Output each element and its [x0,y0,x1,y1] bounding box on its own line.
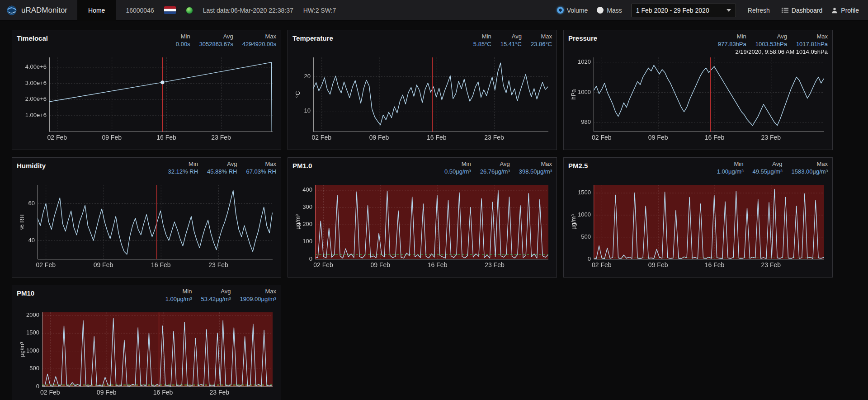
chart-title: Temperature [292,34,333,42]
stat-max-value: 398.50µg/m³ [510,168,552,175]
stat-max-value: 4294920.00s [233,41,276,47]
stat-max-value: 67.03% RH [237,168,276,175]
stat-min-label: Min [708,160,744,168]
stat-max-label: Max [237,160,276,168]
mass-radio-option[interactable]: Mass [597,7,622,14]
device-id-link[interactable]: 16000046 [126,7,154,14]
chart-grid: Timelocal Min Avg Max 0.00s 3052863.67s … [12,30,868,400]
stat-max-value: 1017.81hPa [787,41,828,47]
tab-home[interactable]: Home [77,0,116,21]
timelocal-chart-canvas[interactable] [17,53,276,143]
chart-stats: Min Avg Max 32.12% RH 45.88% RH 67.03% R… [159,160,276,175]
chart-title: PM10 [17,289,34,297]
dashboard-list-icon [782,7,788,13]
profile-button-label: Profile [841,7,859,14]
stat-avg-label: Avg [746,33,787,41]
chart-panel-pm25: PM2.5 Min Avg Max 1.00µg/m³ 49.55µg/m³ 1… [563,157,833,278]
hover-tooltip: 2/19/2020, 9:58:06 AM 1014.05hPa [735,48,828,55]
stat-avg-label: Avg [491,33,522,41]
pm10-chart-canvas[interactable] [17,308,276,398]
chevron-down-icon [726,9,731,12]
refresh-button[interactable]: Refresh [745,6,773,14]
brand-name: uRADMonitor [21,6,67,15]
chart-panel-timelocal: Timelocal Min Avg Max 0.00s 3052863.67s … [12,30,281,150]
stat-min-label: Min [709,33,746,41]
pm25-chart-canvas[interactable] [568,180,828,271]
profile-button[interactable]: Profile [831,7,859,14]
stat-avg-value: 45.88% RH [198,168,237,175]
chart-title: PM1.0 [292,162,312,169]
volume-radio-label: Volume [567,7,588,14]
stat-avg-value: 15.41°C [491,41,522,47]
stat-min-value: 1.00µg/m³ [708,168,744,175]
pressure-chart-canvas[interactable] [568,53,828,143]
stat-avg-label: Avg [471,160,510,168]
volume-radio-option[interactable]: Volume [557,7,588,14]
profile-person-icon [831,7,838,14]
stat-max-label: Max [233,33,276,41]
stat-min-label: Min [464,33,491,41]
stat-avg-label: Avg [743,160,782,168]
chart-title: PM2.5 [568,162,588,169]
chart-stats: Min Avg Max 0.50µg/m³ 26.76µg/m³ 398.50µ… [435,160,552,175]
chart-panel-temperature: Temperature Min Avg Max 5.85°C 15.41°C 2… [288,30,557,150]
chart-stats: Min Avg Max 5.85°C 15.41°C 23.86°C [464,33,552,47]
brand-logo-icon [6,5,17,16]
chart-stats: Min Avg Max 977.83hPa 1003.53hPa 1017.81… [709,33,828,47]
stat-avg-label: Avg [192,288,231,296]
date-range-select[interactable]: 1 Feb 2020 - 29 Feb 2020 [631,4,736,17]
pm1-chart-canvas[interactable] [292,180,552,271]
country-flag-icon [164,6,176,14]
brand: uRADMonitor [6,5,67,16]
chart-stats: Min Avg Max 0.00s 3052863.67s 4294920.00… [167,33,276,47]
stat-avg-value: 1003.53hPa [746,41,787,47]
top-nav: uRADMonitor Home 16000046 Last data:06-M… [0,0,868,21]
last-data-text: Last data:06-Mar-2020 22:38:37 [203,7,293,14]
stat-min-label: Min [435,160,471,168]
stat-max-label: Max [783,160,828,168]
stat-avg-value: 26.76µg/m³ [471,168,510,175]
online-status-icon [186,7,193,14]
humidity-chart-canvas[interactable] [17,180,276,271]
chart-panel-humidity: Humidity Min Avg Max 32.12% RH 45.88% RH… [12,157,281,278]
chart-panel-pm10: PM10 Min Avg Max 1.00µg/m³ 53.42µg/m³ 19… [12,285,281,400]
stat-max-label: Max [231,288,276,296]
stat-max-label: Max [510,160,552,168]
chart-stats: Min Avg Max 1.00µg/m³ 49.55µg/m³ 1583.00… [708,160,828,175]
stat-max-label: Max [787,33,828,41]
stat-max-label: Max [522,33,552,41]
dashboard-button-label: Dashboard [792,7,823,14]
chart-panel-pressure: Pressure Min Avg Max 977.83hPa 1003.53hP… [563,30,833,150]
chart-panel-pm1: PM1.0 Min Avg Max 0.50µg/m³ 26.76µg/m³ 3… [288,157,557,278]
stat-avg-value: 53.42µg/m³ [192,296,231,302]
chart-stats: Min Avg Max 1.00µg/m³ 53.42µg/m³ 1909.00… [156,288,276,302]
dashboard-main: Timelocal Min Avg Max 0.00s 3052863.67s … [0,21,868,400]
chart-title: Pressure [568,34,597,42]
stat-min-label: Min [156,288,192,296]
stat-avg-value: 3052863.67s [190,41,233,47]
stat-min-label: Min [167,33,190,41]
mass-radio-label: Mass [607,7,622,14]
header-right-group: Volume Mass 1 Feb 2020 - 29 Feb 2020 Ref… [557,4,859,17]
stat-min-value: 0.50µg/m³ [435,168,471,175]
chart-title: Timelocal [17,34,48,42]
stat-avg-value: 49.55µg/m³ [743,168,782,175]
stat-avg-label: Avg [190,33,233,41]
dashboard-button[interactable]: Dashboard [782,7,823,14]
stat-min-value: 1.00µg/m³ [156,296,192,302]
tab-home-label: Home [88,7,105,14]
stat-min-label: Min [159,160,198,168]
stat-avg-label: Avg [198,160,237,168]
chart-title: Humidity [17,162,46,169]
stat-min-value: 5.85°C [464,41,491,47]
stat-min-value: 0.00s [167,41,190,47]
stat-max-value: 1909.00µg/m³ [231,296,276,302]
stat-max-value: 23.86°C [522,41,552,47]
mass-radio[interactable] [597,7,604,14]
stat-min-value: 32.12% RH [159,168,198,175]
hw-sw-text: HW:2 SW:7 [303,7,336,14]
temperature-chart-canvas[interactable] [292,53,552,143]
date-range-value: 1 Feb 2020 - 29 Feb 2020 [636,7,709,14]
stat-max-value: 1583.00µg/m³ [783,168,828,175]
volume-radio[interactable] [557,7,564,14]
